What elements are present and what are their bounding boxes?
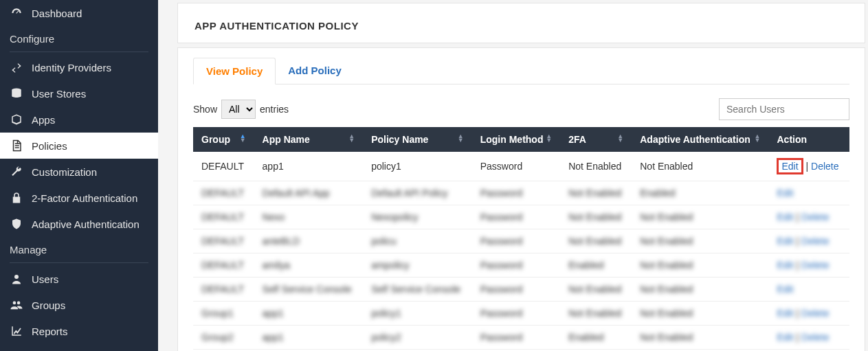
- cell-policy: Self Service Console: [363, 278, 472, 302]
- delete-link[interactable]: Delete: [801, 212, 829, 223]
- cell-2fa: Not Enabled: [560, 229, 632, 253]
- lock-icon: [10, 192, 23, 204]
- col-action: Action: [768, 127, 849, 152]
- sidebar-item-label: Identity Providers: [32, 62, 111, 73]
- cell-action: Edit | Delete: [768, 253, 849, 278]
- policy-table-body: DEFAULTapp1policy1PasswordNot EnabledNot…: [193, 152, 849, 350]
- sort-icon: ▲▼: [546, 134, 552, 142]
- svg-point-3: [17, 302, 21, 305]
- cell-action: Edit | Delete: [768, 302, 849, 326]
- table-row: DEFAULTamilyaampolicyPasswordEnabledNot …: [193, 253, 849, 278]
- sidebar-item-label: Customization: [32, 166, 97, 178]
- policy-panel: View Policy Add Policy Show All entries …: [177, 47, 865, 351]
- edit-link[interactable]: Edit: [777, 188, 793, 199]
- cell-2fa: Not Enabled: [560, 181, 632, 205]
- sidebar-item-adaptive-auth[interactable]: Adaptive Authentication: [0, 211, 158, 237]
- policy-table: Group▲▼ App Name▲▼ Policy Name▲▼ Login M…: [193, 127, 849, 350]
- sidebar-section-configure: Configure: [0, 26, 158, 49]
- sidebar-item-label: Reports: [32, 326, 68, 337]
- svg-point-2: [13, 302, 16, 305]
- col-app-name[interactable]: App Name▲▼: [254, 127, 364, 152]
- cell-policy: policy1: [363, 302, 472, 326]
- cell-2fa: Not Enabled: [560, 152, 632, 181]
- tab-view-policy[interactable]: View Policy: [193, 58, 276, 84]
- sidebar-item-label: Groups: [32, 299, 65, 311]
- tab-add-policy[interactable]: Add Policy: [276, 58, 354, 84]
- col-group[interactable]: Group▲▼: [193, 127, 254, 152]
- cell-policy: ampolicy: [363, 253, 472, 278]
- col-policy-name[interactable]: Policy Name▲▼: [363, 127, 472, 152]
- delete-link[interactable]: Delete: [801, 308, 829, 319]
- edit-link[interactable]: Edit: [777, 284, 793, 295]
- col-adaptive-auth[interactable]: Adaptive Authentication▲▼: [632, 127, 768, 152]
- cell-login: Password: [472, 229, 560, 253]
- edit-link[interactable]: Edit: [777, 308, 793, 319]
- table-row: DEFAULTSelf Service ConsoleSelf Service …: [193, 278, 849, 302]
- edit-highlight: Edit: [777, 158, 803, 174]
- delete-link[interactable]: Delete: [801, 236, 829, 247]
- edit-link[interactable]: Edit: [777, 260, 793, 271]
- page-header: APP AUTHENTICATION POLICY: [177, 3, 865, 43]
- delete-link[interactable]: Delete: [801, 332, 829, 343]
- sort-icon: ▲▼: [240, 134, 246, 142]
- sidebar-item-identity-providers[interactable]: Identity Providers: [0, 55, 158, 80]
- show-label: Show: [193, 104, 217, 115]
- cell-group: DEFAULT: [193, 278, 254, 302]
- cell-adaptive: Not Enabled: [632, 152, 768, 181]
- edit-link[interactable]: Edit: [781, 161, 798, 172]
- cell-action: Edit: [768, 278, 849, 302]
- cell-adaptive: Not Enabled: [632, 229, 768, 253]
- cell-policy: Nexopolicy: [363, 205, 472, 229]
- cell-app: Default API App: [254, 181, 364, 205]
- delete-link[interactable]: Delete: [801, 260, 829, 271]
- cell-policy: policy1: [363, 152, 472, 181]
- cell-group: Group1: [193, 302, 254, 326]
- sidebar-item-user-stores[interactable]: User Stores: [0, 80, 158, 106]
- cell-adaptive: Not Enabled: [632, 278, 768, 302]
- cell-app: app1: [254, 302, 364, 326]
- cell-2fa: Not Enabled: [560, 302, 632, 326]
- cell-app: app1: [254, 326, 364, 350]
- cell-action: Edit | Delete: [768, 326, 849, 350]
- edit-link[interactable]: Edit: [777, 212, 793, 223]
- cell-policy: policy2: [363, 326, 472, 350]
- edit-link[interactable]: Edit: [777, 236, 793, 247]
- sidebar-item-label: Policies: [32, 140, 67, 152]
- table-row: DEFAULTDefault API AppDefault API Policy…: [193, 181, 849, 205]
- cell-app: Self Service Console: [254, 278, 364, 302]
- sidebar-item-reports[interactable]: Reports: [0, 318, 158, 344]
- entries-select[interactable]: All: [221, 100, 256, 119]
- cell-login: Password: [472, 181, 560, 205]
- sidebar-item-users[interactable]: Users: [0, 266, 158, 292]
- sidebar-item-groups[interactable]: Groups: [0, 292, 158, 318]
- swap-icon: [10, 63, 23, 73]
- table-row: DEFAULTanteBLDpolicuPasswordNot EnabledN…: [193, 229, 849, 253]
- search-input[interactable]: [719, 98, 849, 120]
- edit-link[interactable]: Edit: [777, 332, 793, 343]
- shield-icon: [10, 218, 23, 230]
- col-2fa[interactable]: 2FA▲▼: [560, 127, 632, 152]
- sidebar-item-dashboard[interactable]: Dashboard: [0, 0, 158, 26]
- sidebar-item-label: User Stores: [32, 88, 86, 100]
- sidebar-item-apps[interactable]: Apps: [0, 106, 158, 133]
- cell-action: Edit | Delete: [768, 152, 849, 181]
- cell-login: Password: [472, 278, 560, 302]
- cell-group: DEFAULT: [193, 152, 254, 181]
- sidebar-item-2fa[interactable]: 2-Factor Authentication: [0, 185, 158, 211]
- sort-icon: ▲▼: [458, 134, 464, 142]
- tabs: View Policy Add Policy: [193, 48, 849, 84]
- table-controls: Show All entries: [193, 98, 849, 120]
- delete-link[interactable]: Delete: [811, 161, 838, 172]
- cell-policy: Default API Policy: [363, 181, 472, 205]
- sidebar-item-customization[interactable]: Customization: [0, 159, 158, 185]
- cell-adaptive: Not Enabled: [632, 205, 768, 229]
- cell-adaptive: Not Enabled: [632, 253, 768, 278]
- cell-2fa: Enabled: [560, 253, 632, 278]
- sidebar-item-policies[interactable]: Policies: [0, 133, 158, 159]
- user-icon: [10, 273, 23, 285]
- sidebar-item-label: Apps: [32, 114, 55, 126]
- col-login-method[interactable]: Login Method▲▼: [472, 127, 560, 152]
- cell-login: Password: [472, 253, 560, 278]
- cell-2fa: Enabled: [560, 326, 632, 350]
- entries-label: entries: [260, 104, 289, 115]
